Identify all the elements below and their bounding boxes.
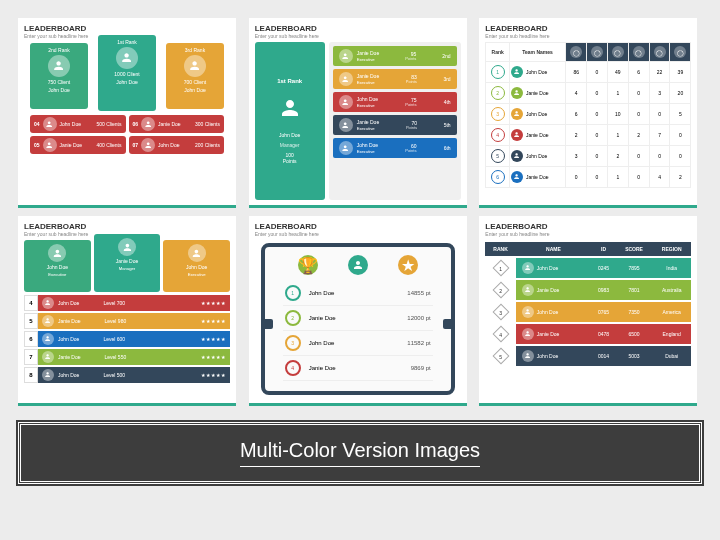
rank-num: 5 [24,313,38,329]
person-icon [270,88,310,128]
person-icon [339,141,353,155]
stat: 700 Client [184,79,207,85]
leaderboard-panel-1: LEADERBOARD Enter your sub headline here… [18,18,236,208]
col-header: Team Names [509,43,565,62]
points: 11582 pt [407,340,430,346]
role: Manager [280,142,300,148]
cell: 0 [628,167,649,188]
clients: 200 Clients [195,142,220,148]
name: John Doe [158,142,179,148]
rank-num: 8 [24,367,38,383]
level: Level 700 [103,300,125,306]
role: Executive [357,149,375,154]
level: Level 600 [103,336,125,342]
col-header: RANK [485,242,516,256]
name: Janie Doe [526,132,549,138]
person-icon [42,315,54,327]
col-header: ◯ [649,43,670,62]
person-icon [48,55,70,77]
table-row: 5John Doe00145003Dubai [485,346,691,366]
role: Executive [357,126,375,131]
rank-label: 3rd Rank [185,47,205,53]
rank-label: 2nd Rank [48,47,69,53]
cell: 0 [566,167,587,188]
person-icon [116,47,138,69]
panel-title: LEADERBOARD [485,222,691,231]
metric-icon: ◯ [570,46,582,58]
panel-title: LEADERBOARD [255,222,461,231]
points: 83Points [406,75,417,84]
table-row: 3John Doe07657350America [485,302,691,322]
rank-badge: 1 [285,285,301,301]
role: Executive [357,57,375,62]
person-icon [188,244,206,262]
person-icon [43,138,57,152]
person-icon [522,284,534,296]
id: 0765 [591,302,616,322]
name: John Doe [58,300,79,306]
rank-label: 1st Rank [277,78,302,84]
table-row: 1John Doe02457895India [485,258,691,278]
person-icon [42,297,54,309]
score: 5003 [616,346,652,366]
role: Executive [357,103,375,108]
name: John Doe [526,153,547,159]
footer-title: Multi-Color Version Images [240,439,480,467]
points: 60Points [405,144,416,153]
cell: 3 [649,83,670,104]
col-header: ◯ [566,43,587,62]
footer-banner: Multi-Color Version Images [18,422,702,484]
region: Australia [652,280,691,300]
id: 0014 [591,346,616,366]
rank-badge: 2 [285,310,301,326]
metric-icon: ◯ [612,46,624,58]
name: Janie Doe [58,318,81,324]
region: Dubai [652,346,691,366]
person-icon [511,171,523,183]
person-icon [522,350,534,362]
score: 7895 [616,258,652,278]
person-icon [511,66,523,78]
person-icon [141,138,155,152]
rank-num: 06 [133,121,139,127]
cell: 0 [587,83,608,104]
cell: 2 [566,125,587,146]
person-icon [118,238,136,256]
rank-bar: Janie DoeExecutive83Points3rd [333,69,457,89]
rank-card: 2nd Rank750 ClientJohn Doe [30,43,88,109]
person-icon [348,255,368,275]
name: Janie Doe [357,73,380,79]
region: India [652,258,691,278]
leaderboard-panel-3: LEADERBOARD Enter your sub headline here… [479,18,697,208]
cell: 2 [628,125,649,146]
client-pill: 07John Doe200 Clients [129,136,225,154]
name: John Doe [58,372,79,378]
rank-badge: 5 [491,149,505,163]
cell: 1 [607,125,628,146]
cell: 5 [670,104,691,125]
person-icon [141,117,155,131]
rank-bar: John DoeExecutive60Points6th [333,138,457,158]
stars: ★★★★★ [201,372,226,378]
rank-diamond: 5 [492,348,509,365]
cell: 2 [607,146,628,167]
cell: 49 [607,62,628,83]
place: 3rd [443,77,450,82]
name: Janie Doe [526,174,549,180]
person-icon [522,306,534,318]
table-row: 6Janie Doe001042 [486,167,691,188]
region: England [652,324,691,344]
col-header: ◯ [587,43,608,62]
col-header: Rank [486,43,510,62]
role: Manager [119,266,135,271]
panel-subtitle: Enter your sub headline here [255,231,461,237]
level-row: 7Janie DoeLevel 550★★★★★ [24,349,230,365]
rank-badge: 6 [491,170,505,184]
clients: 300 Clients [195,121,220,127]
cell: 86 [566,62,587,83]
stars: ★★★★★ [201,354,226,360]
col-header: ID [591,242,616,256]
points: 100 Points [283,152,297,164]
rank-num: 05 [34,142,40,148]
person-icon [511,150,523,162]
